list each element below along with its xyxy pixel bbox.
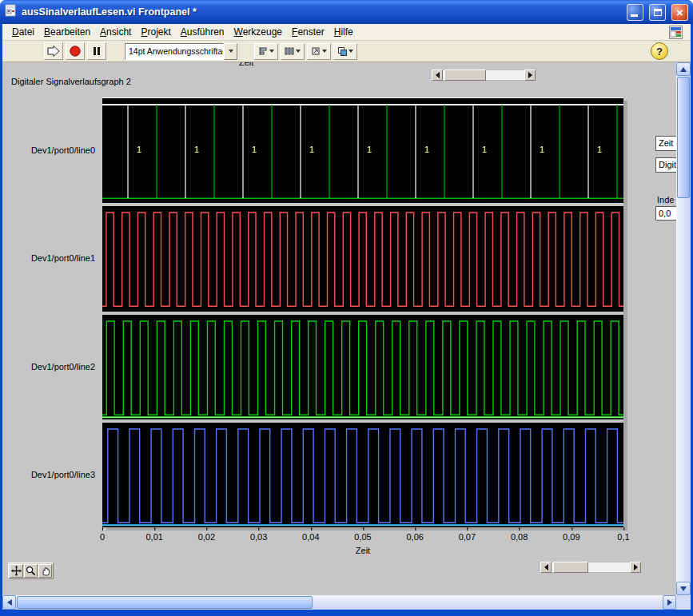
scrollbar-thumb[interactable] (444, 70, 486, 81)
scroll-left-button[interactable] (432, 70, 443, 81)
menu-ausfuehren[interactable]: Ausführen (176, 25, 229, 40)
titlebar[interactable]: ausSinalverlaufLesen.vi Frontpanel * × (0, 0, 693, 24)
zoom-tool-button[interactable] (24, 564, 38, 578)
x-axis-ticks: 0 0,01 0,02 0,03 0,04 0,05 0,06 0,07 0,0… (102, 532, 623, 542)
pause-icon (91, 46, 102, 57)
arrow-left-icon (436, 72, 440, 78)
svg-text:1: 1 (367, 145, 372, 154)
svg-text:1: 1 (137, 145, 141, 154)
arrow-up-icon (680, 67, 687, 72)
resize-objects-icon (311, 46, 321, 56)
x-tick: 0,02 (198, 532, 215, 542)
scrollbar-track[interactable] (443, 70, 524, 81)
y-label-line0: Dev1/port0/line0 (2, 97, 99, 203)
menu-werkzeuge[interactable]: Werkzeuge (229, 25, 287, 40)
arrow-right-icon (634, 564, 638, 570)
x-tick: 0,05 (354, 532, 371, 542)
menu-ansicht[interactable]: Ansicht (95, 25, 136, 40)
y-label-line1: Dev1/port0/line1 (2, 206, 99, 312)
window-vertical-scrollbar[interactable] (676, 62, 691, 595)
maximize-button[interactable] (649, 4, 666, 21)
abort-button[interactable] (66, 42, 85, 60)
scrollbar-thumb[interactable] (553, 562, 588, 573)
svg-text:1: 1 (309, 145, 314, 154)
x-tick: 0,03 (250, 532, 267, 542)
align-objects-icon (258, 46, 268, 56)
scroll-left-button[interactable] (540, 562, 552, 573)
hand-icon (40, 566, 50, 576)
inner-top-scrollbar[interactable] (432, 70, 536, 81)
y-label-line3: Dev1/port0/line3 (2, 423, 99, 528)
scrollbar-track[interactable] (552, 562, 630, 573)
chevron-down-icon (229, 50, 233, 53)
x-tick: 0,07 (459, 532, 476, 542)
x-tick: 0,09 (563, 532, 579, 542)
svg-text:1: 1 (482, 145, 487, 154)
graph-title[interactable]: Digitaler Signalverlaufsgraph 2 (11, 77, 131, 86)
window-horizontal-scrollbar[interactable] (2, 595, 676, 610)
scroll-right-button[interactable] (630, 562, 641, 573)
x-tick: 0,01 (145, 532, 162, 542)
y-axis-labels: Dev1/port0/line0 Dev1/port0/line1 Dev1/p… (2, 97, 99, 527)
front-panel: Zeit Digitaler Signalverlaufsgraph 2 Dev… (2, 62, 676, 595)
labview-window: ausSinalverlaufLesen.vi Frontpanel * × D… (0, 0, 693, 616)
x-tick: 0 (100, 532, 105, 542)
chevron-down-icon (322, 50, 327, 53)
cutoff-plot-legend[interactable]: Zeit (655, 136, 676, 151)
magnifier-icon (26, 566, 36, 576)
waveform-line3 (102, 423, 623, 527)
font-selector[interactable]: 14pt Anwendungsschriftart (125, 43, 237, 60)
arrow-right-icon (667, 599, 672, 606)
close-button[interactable]: × (671, 4, 688, 21)
menu-hilfe[interactable]: Hilfe (329, 25, 358, 40)
abort-icon (69, 45, 82, 58)
scroll-left-button[interactable] (2, 595, 16, 610)
vertical-scrollbar-thumb[interactable] (677, 77, 690, 198)
y-label-line2: Dev1/port0/line2 (2, 314, 99, 419)
window-title: ausSinalverlaufLesen.vi Frontpanel * (22, 6, 621, 18)
clipped-axis-label: Zeit (239, 62, 253, 67)
crosshair-icon (11, 566, 22, 576)
waveform-line0: 111111111 (102, 98, 623, 203)
align-objects-dropdown[interactable] (254, 43, 278, 60)
x-tick: 0,1 (617, 532, 629, 542)
x-axis-label[interactable]: Zeit (102, 546, 623, 555)
font-selector-dropdown-button[interactable] (224, 43, 237, 60)
minimize-button[interactable] (627, 4, 643, 21)
svg-text:1: 1 (540, 145, 544, 154)
help-button[interactable]: ? (651, 42, 668, 60)
svg-text:1: 1 (252, 145, 257, 154)
graph-palette (8, 562, 54, 579)
distribute-objects-dropdown[interactable] (281, 43, 305, 60)
scroll-down-button[interactable] (676, 582, 691, 595)
chevron-down-icon (296, 50, 301, 53)
x-tick: 0,08 (511, 532, 528, 542)
reorder-objects-dropdown[interactable] (333, 43, 357, 60)
pan-tool-button[interactable] (38, 564, 52, 578)
waveform-line1 (102, 206, 623, 311)
run-button[interactable] (44, 42, 63, 60)
svg-text:1: 1 (194, 145, 199, 154)
cutoff-scale-legend[interactable]: Digit (655, 157, 676, 173)
run-arrow-icon (46, 45, 61, 58)
horizontal-scrollbar-thumb[interactable] (17, 596, 313, 609)
svg-text:1: 1 (424, 145, 429, 154)
scroll-right-button[interactable] (524, 70, 536, 81)
svg-text:1: 1 (597, 145, 602, 154)
menu-bearbeiten[interactable]: Bearbeiten (39, 25, 95, 40)
cutoff-index-value[interactable]: 0,0 (655, 206, 676, 221)
font-selector-value[interactable]: 14pt Anwendungsschriftart (125, 43, 224, 60)
menu-projekt[interactable]: Projekt (136, 25, 175, 40)
pause-button[interactable] (87, 42, 106, 60)
plot-area[interactable]: 111111111 (102, 97, 623, 527)
resize-objects-dropdown[interactable] (307, 43, 331, 60)
cursor-move-tool-button[interactable] (10, 564, 23, 578)
scroll-right-button[interactable] (663, 595, 676, 610)
inner-bottom-scrollbar[interactable] (540, 562, 641, 573)
menu-fenster[interactable]: Fenster (287, 25, 329, 40)
toolbar: 14pt Anwendungsschriftart ? (2, 41, 691, 62)
labview-panel-icon (669, 26, 683, 39)
vi-file-icon (5, 4, 18, 20)
menu-datei[interactable]: Datei (7, 25, 39, 40)
scroll-up-button[interactable] (676, 62, 691, 76)
